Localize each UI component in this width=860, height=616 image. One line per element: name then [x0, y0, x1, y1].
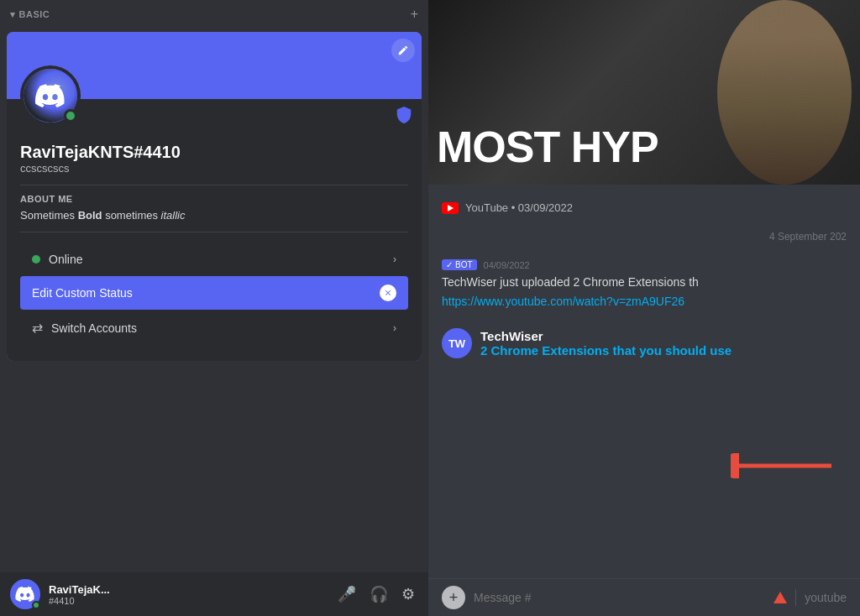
- sender-name: TechWiser: [480, 329, 732, 343]
- left-panel: ▾ BASIC +: [0, 0, 428, 616]
- bottom-status-dot: [32, 601, 40, 609]
- bottom-discriminator: #4410: [49, 596, 326, 606]
- message-link[interactable]: https://www.youtube.com/watch?v=zmA9UF26: [442, 295, 847, 308]
- edit-custom-status-item[interactable]: Edit Custom Status: [20, 276, 408, 310]
- category-chevron: ▾: [10, 9, 16, 20]
- pencil-icon: [397, 44, 409, 56]
- bottom-username: RaviTejaK...: [49, 583, 326, 596]
- switch-accounts-icon: ⇄: [32, 320, 43, 336]
- input-divider: [795, 589, 796, 606]
- discord-logo-icon: [35, 81, 66, 111]
- profile-card: RaviTejaKNTS#4410 ccscscscs ABOUT ME Som…: [7, 32, 422, 361]
- bottom-avatar: [10, 579, 40, 609]
- username-display: RaviTejaKNTS#4410: [20, 143, 408, 162]
- category-label: ▾ BASIC: [10, 9, 50, 20]
- chevron-right-icon: ›: [393, 253, 396, 265]
- username: RaviTejaKNTS#4410: [20, 143, 181, 161]
- menu-item-switch-accounts[interactable]: ⇄ Switch Accounts ›: [20, 311, 408, 344]
- add-message-button[interactable]: +: [442, 586, 465, 609]
- online-label: Online: [49, 253, 82, 266]
- edit-custom-status-left: Edit Custom Status: [32, 286, 133, 300]
- bottom-user-info: RaviTejaK... #4410: [49, 583, 326, 606]
- yt-thumbnail: MOST HYP: [428, 0, 860, 185]
- close-icon: [384, 289, 392, 297]
- date-separator: 4 September 202: [442, 227, 847, 246]
- menu-item-online[interactable]: Online ›: [20, 244, 408, 274]
- message-input[interactable]: [474, 591, 765, 604]
- edit-profile-button[interactable]: [391, 39, 415, 62]
- message-timestamp: 04/09/2022: [484, 260, 530, 270]
- switch-accounts-chevron: ›: [393, 322, 396, 334]
- warning-icon: [773, 592, 787, 603]
- category-add-button[interactable]: +: [411, 7, 418, 22]
- shield-icon: [395, 106, 413, 124]
- thumbnail-face: [709, 0, 860, 185]
- settings-button[interactable]: ⚙: [398, 582, 418, 607]
- profile-body: RaviTejaKNTS#4410 ccscscscs ABOUT ME Som…: [7, 99, 422, 361]
- bottom-controls: 🎤 🎧 ⚙: [334, 582, 418, 607]
- switch-accounts-label: Switch Accounts: [51, 321, 137, 335]
- avatar-status-dot: [64, 109, 77, 123]
- avatar: [20, 65, 81, 126]
- bottom-bar: RaviTejaK... #4410 🎤 🎧 ⚙: [0, 572, 428, 616]
- edit-custom-status-label: Edit Custom Status: [32, 286, 133, 300]
- yt-source-text: YouTube • 03/09/2022: [465, 201, 573, 214]
- mic-button[interactable]: 🎤: [334, 582, 359, 607]
- youtube-icon: [442, 202, 459, 214]
- user-row: TW TechWiser 2 Chrome Extensions that yo…: [442, 321, 847, 365]
- user-avatar-small: TW: [442, 328, 472, 358]
- right-panel: MOST HYP YouTube • 03/09/2022 4 Septembe…: [428, 0, 860, 616]
- thumbnail-text: MOST HYP: [437, 122, 658, 172]
- custom-status-text: ccscscscs: [20, 162, 408, 175]
- online-status-dot: [32, 255, 40, 264]
- bot-label: BOT: [455, 260, 473, 269]
- message-row: ✓ BOT 04/09/2022 TechWiser just uploaded…: [442, 259, 847, 308]
- bot-badge: ✓ BOT: [442, 259, 477, 270]
- bottom-avatar-discord-icon: [15, 587, 35, 602]
- yt-meta: YouTube • 03/09/2022: [442, 195, 847, 214]
- menu-list: Online › Edit Custom Status: [20, 241, 408, 347]
- bot-check-icon: ✓: [446, 260, 453, 269]
- switch-accounts-left: ⇄ Switch Accounts: [32, 320, 137, 336]
- menu-item-online-left: Online: [32, 253, 82, 266]
- headphones-button[interactable]: 🎧: [366, 582, 391, 607]
- nitro-badge: [395, 106, 413, 128]
- message-text: TechWiser just uploaded 2 Chrome Extensi…: [442, 274, 847, 291]
- about-me-text: Sometimes Bold sometimes itallic: [20, 209, 408, 222]
- link-title[interactable]: 2 Chrome Extensions that you should use: [480, 343, 732, 358]
- channel-name: youtube: [805, 591, 847, 604]
- message-header: ✓ BOT 04/09/2022: [442, 259, 847, 270]
- divider: [20, 185, 408, 185]
- about-me-label: ABOUT ME: [20, 194, 408, 204]
- messages-area: YouTube • 03/09/2022 4 September 202 ✓ B…: [428, 185, 860, 578]
- message-input-bar: + youtube: [428, 578, 860, 616]
- divider-2: [20, 232, 408, 232]
- close-custom-status-button[interactable]: [380, 285, 396, 301]
- category-name: BASIC: [19, 9, 50, 19]
- category-header: ▾ BASIC +: [0, 0, 428, 29]
- user-info: TechWiser 2 Chrome Extensions that you s…: [480, 329, 732, 358]
